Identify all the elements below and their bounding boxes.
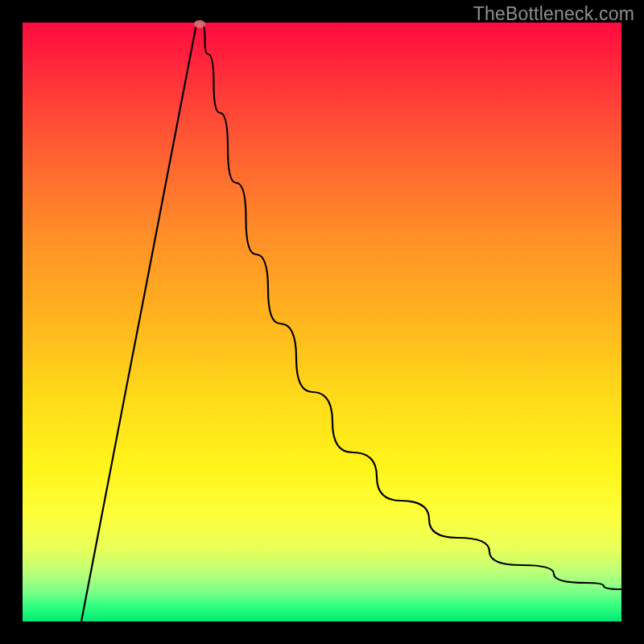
curve-right-branch (202, 24, 621, 589)
optimum-marker (194, 20, 205, 28)
curve-left-branch (81, 24, 196, 621)
bottleneck-curve (23, 23, 621, 621)
chart-plot-area (23, 23, 621, 621)
watermark-text: TheBottleneck.com (473, 3, 634, 25)
